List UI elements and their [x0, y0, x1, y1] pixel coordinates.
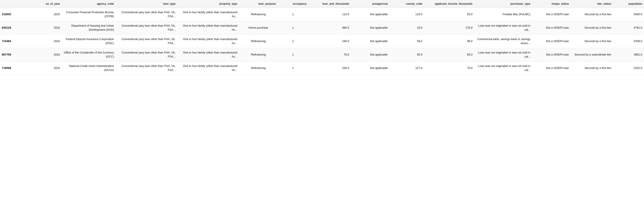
cell-county: 59.0 [390, 35, 424, 48]
col-header-purchaser-type: purchaser_type [474, 0, 532, 8]
cell-occupancy: 1 [278, 21, 308, 35]
cell-year: 2016 [31, 48, 62, 62]
cell-agency: Department of Housing and Urban Developm… [62, 21, 116, 35]
col-header-agency-code: agency_code [62, 0, 116, 8]
cell-agency: Federal Deposit Insurance Corporation (F… [62, 35, 116, 48]
cell-agency: National Credit Union Administration (NC… [62, 62, 116, 75]
cell-occupancy: 1 [278, 62, 308, 75]
cell-loan-type: Conventional (any loan other than FHA, V… [116, 8, 177, 21]
cell-property-type: One to four-family (other than manufactu… [177, 35, 239, 48]
cell-year: 2016 [31, 8, 62, 21]
cell-loan-amt: 480.0 [308, 21, 351, 35]
cell-agency: Office of the Comptroller of the Currenc… [62, 48, 116, 62]
cell-population: 4791.0 [613, 21, 644, 35]
cell-population: 3439.0 [613, 35, 644, 48]
col-header-population: population [613, 0, 644, 8]
cell-purchaser: Loan was not originated or was not sold … [474, 21, 532, 35]
col-header-income: applicant_income_thousands [424, 0, 474, 8]
col-header-lien-status: lien_status [571, 0, 613, 8]
cell-occupancy: 2 [278, 35, 308, 48]
cell-population: 5930.0 [613, 8, 644, 21]
cell-id: 310650 [0, 8, 31, 21]
table-row: 6301292016Department of Housing and Urba… [0, 21, 644, 35]
cell-loan-amt: 110.0 [308, 8, 351, 21]
cell-preapproval: Not applicable [351, 48, 390, 62]
cell-preapproval: Not applicable [351, 21, 390, 35]
cell-loan-amt: 240.0 [308, 35, 351, 48]
table-row: 8877082016Office of the Comptroller of t… [0, 48, 644, 62]
cell-hoepa: Not a HOEPA loan [532, 21, 571, 35]
cell-property-type: One to four-family (other than manufactu… [177, 62, 239, 75]
cell-county: 119.0 [390, 8, 424, 21]
cell-loan-purpose: Refinancing [239, 62, 278, 75]
cell-purchaser: Loan was not originated or was not sold … [474, 62, 532, 75]
data-table: as_of_year agency_code loan_type propert… [0, 0, 644, 75]
table-header-row: as_of_year agency_code loan_type propert… [0, 0, 644, 8]
cell-property-type: One to four-family (other than manufactu… [177, 48, 239, 62]
cell-preapproval: Not applicable [351, 35, 390, 48]
table-row: 3106502016Consumer Financial Protection … [0, 8, 644, 21]
cell-agency: Consumer Financial Protection Bureau (CF… [62, 8, 116, 21]
main-table-container: as_of_year agency_code loan_type propert… [0, 0, 644, 75]
cell-lien: Secured by a first lien [571, 62, 613, 75]
cell-preapproval: Not applicable [351, 8, 390, 21]
col-header-property-type: property_type [177, 0, 239, 8]
cell-hoepa: Not a HOEPA loan [532, 48, 571, 62]
cell-population: 3952.0 [613, 48, 644, 62]
cell-loan-purpose: Refinancing [239, 35, 278, 48]
cell-population: 2422.0 [613, 62, 644, 75]
cell-loan-amt: 100.0 [308, 62, 351, 75]
col-header-loan-amt: loan_amt_thousands [308, 0, 351, 8]
cell-purchaser: Loan was not originated or was not sold … [474, 48, 532, 62]
cell-income: 85.0 [424, 48, 474, 62]
col-header-loan-type: loan_type [116, 0, 177, 8]
cell-lien: Secured by a first lien [571, 35, 613, 48]
cell-income: 270.0 [424, 21, 474, 35]
col-header-occupancy: occupancy [278, 0, 308, 8]
cell-year: 2016 [31, 62, 62, 75]
cell-loan-purpose: Refinancing [239, 8, 278, 21]
cell-property-type: One to four-family (other than manufactu… [177, 8, 239, 21]
cell-income: 55.0 [424, 8, 474, 21]
cell-lien: Secured by a subordinate lien [571, 48, 613, 62]
cell-id: 719598 [0, 62, 31, 75]
cell-income: 70.0 [424, 62, 474, 75]
cell-preapproval: Not applicable [351, 62, 390, 75]
col-header-loan-purpose: loan_purpose [239, 0, 278, 8]
cell-lien: Secured by a first lien [571, 8, 613, 21]
cell-county: 33.0 [390, 21, 424, 35]
cell-hoepa: Not a HOEPA loan [532, 8, 571, 21]
table-row: 7154842016Federal Deposit Insurance Corp… [0, 35, 644, 48]
cell-lien: Secured by a first lien [571, 21, 613, 35]
cell-occupancy: 1 [278, 8, 308, 21]
col-header-id [0, 0, 31, 8]
cell-property-type: One to four-family (other than manufactu… [177, 21, 239, 35]
cell-income: 96.0 [424, 35, 474, 48]
table-row: 7195982016National Credit Union Administ… [0, 62, 644, 75]
cell-loan-type: Conventional (any loan other than FHA, V… [116, 35, 177, 48]
cell-loan-type: Conventional (any loan other than FHA, V… [116, 48, 177, 62]
cell-county: 127.0 [390, 62, 424, 75]
cell-loan-type: Conventional (any loan other than FHA, V… [116, 62, 177, 75]
cell-loan-type: Conventional (any loan other than FHA, V… [116, 21, 177, 35]
cell-loan-purpose: Refinancing [239, 48, 278, 62]
cell-purchaser: Commercial bank, savings bank or savings… [474, 35, 532, 48]
cell-occupancy: 1 [278, 48, 308, 62]
cell-loan-amt: 76.0 [308, 48, 351, 62]
cell-hoepa: Not a HOEPA loan [532, 62, 571, 75]
cell-year: 2016 [31, 21, 62, 35]
col-header-preapproval: preapproval [351, 0, 390, 8]
col-header-hoepa-status: hoepa_status [532, 0, 571, 8]
col-header-county-code: county_code [390, 0, 424, 8]
cell-year: 2016 [31, 35, 62, 48]
cell-id: 887708 [0, 48, 31, 62]
cell-loan-purpose: Home purchase [239, 21, 278, 35]
cell-id: 630129 [0, 21, 31, 35]
cell-id: 715484 [0, 35, 31, 48]
cell-purchaser: Freddie Mac (FHLMC) [474, 8, 532, 21]
cell-hoepa: Not a HOEPA loan [532, 35, 571, 48]
col-header-as-of-year: as_of_year [31, 0, 62, 8]
cell-county: 65.0 [390, 48, 424, 62]
